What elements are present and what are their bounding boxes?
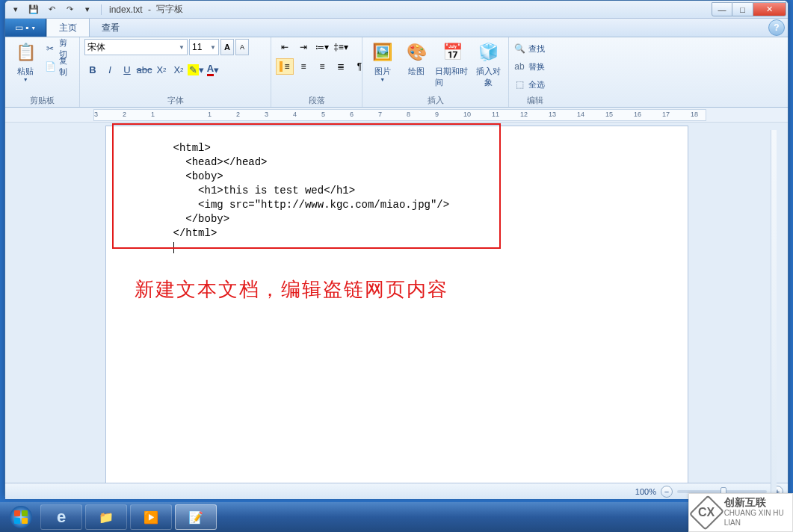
group-paragraph-label: 段落 bbox=[276, 95, 357, 107]
taskbar-explorer[interactable]: 📁 bbox=[85, 504, 127, 530]
copy-icon: 📄 bbox=[44, 61, 55, 72]
tab-home[interactable]: 主页 bbox=[46, 19, 90, 37]
subscript-button[interactable]: X2 bbox=[153, 61, 170, 78]
font-color-button[interactable]: A▾ bbox=[205, 61, 221, 78]
highlight-button[interactable]: ✎▾ bbox=[188, 61, 204, 78]
taskbar-ie[interactable]: e bbox=[40, 504, 82, 530]
page: <html> <head></head> <boby> <h1>this is … bbox=[105, 126, 688, 483]
palette-icon: 🎨 bbox=[404, 40, 428, 64]
calendar-icon: 📅 bbox=[440, 40, 464, 64]
find-icon: 🔍 bbox=[513, 43, 525, 55]
title-sep: - bbox=[146, 4, 154, 15]
document-title: index.txt bbox=[109, 4, 143, 15]
zoom-level: 100% bbox=[635, 487, 656, 496]
find-button[interactable]: 🔍查找 bbox=[513, 40, 545, 57]
paste-button[interactable]: 📋 粘贴▼ bbox=[10, 39, 41, 82]
help-button[interactable]: ? bbox=[768, 19, 785, 36]
close-button[interactable]: ✕ bbox=[753, 2, 786, 16]
insert-object-button[interactable]: 🧊插入对象 bbox=[472, 39, 504, 88]
undo-icon[interactable]: ↶ bbox=[46, 4, 58, 16]
maximize-button[interactable]: □ bbox=[732, 2, 753, 16]
dec-indent-button[interactable]: ⇤ bbox=[276, 39, 294, 55]
paint-button[interactable]: 🎨绘图 bbox=[401, 39, 433, 77]
object-icon: 🧊 bbox=[476, 40, 500, 64]
qat-more-icon[interactable]: ▾ bbox=[81, 4, 93, 16]
superscript-button[interactable]: X2 bbox=[170, 61, 187, 78]
justify-button[interactable]: ≣ bbox=[332, 58, 350, 75]
group-edit-label: 编辑 bbox=[513, 95, 557, 107]
redo-icon[interactable]: ↷ bbox=[64, 4, 75, 16]
svg-rect-2 bbox=[22, 510, 28, 516]
group-clipboard-label: 剪贴板 bbox=[10, 95, 75, 107]
svg-rect-3 bbox=[14, 518, 20, 524]
titlebar: ▾ 💾 ↶ ↷ ▾ index.txt - 写字板 — □ ✕ bbox=[5, 1, 788, 19]
underline-button[interactable]: U bbox=[119, 61, 135, 78]
annotation-text: 新建文本文档，编辑盗链网页内容 bbox=[135, 276, 673, 303]
save-icon[interactable]: 💾 bbox=[28, 4, 40, 16]
watermark: CX 创新互联CHUANG XIN HU LIAN bbox=[688, 493, 793, 532]
file-menu-button[interactable]: ▭ ▪▼ bbox=[5, 19, 46, 37]
font-size-combo[interactable]: 11▼ bbox=[189, 39, 219, 55]
bold-button[interactable]: B bbox=[84, 61, 101, 78]
zoom-slider[interactable] bbox=[677, 490, 767, 493]
taskbar-media[interactable]: ▶️ bbox=[130, 504, 172, 530]
app-menu-icon[interactable]: ▾ bbox=[10, 4, 22, 16]
strike-button[interactable]: abc bbox=[136, 61, 152, 78]
select-all-icon: ⬚ bbox=[513, 78, 525, 90]
ruler[interactable]: 321123456789101112131415161718 bbox=[5, 108, 788, 123]
statusbar: 100% − + bbox=[5, 483, 788, 499]
replace-button[interactable]: ab替换 bbox=[513, 58, 545, 75]
font-name-combo[interactable]: 宋体▼ bbox=[84, 39, 188, 55]
inc-indent-button[interactable]: ⇥ bbox=[294, 39, 312, 55]
taskbar-wordpad[interactable]: 📝 bbox=[175, 504, 217, 530]
taskbar: e 📁 ▶️ 📝 CH ▦ 🕪 ▴ bbox=[0, 502, 793, 532]
minimize-button[interactable]: — bbox=[712, 2, 732, 16]
document-area[interactable]: <html> <head></head> <boby> <h1>this is … bbox=[5, 123, 788, 483]
insert-picture-button[interactable]: 🖼️图片▼ bbox=[367, 39, 398, 82]
zoom-out-button[interactable]: − bbox=[661, 486, 673, 498]
italic-button[interactable]: I bbox=[102, 61, 118, 78]
start-button[interactable] bbox=[4, 504, 37, 531]
align-left-button[interactable]: ≡ bbox=[276, 58, 294, 75]
vertical-scrollbar[interactable] bbox=[771, 130, 777, 500]
svg-rect-1 bbox=[14, 510, 20, 516]
replace-icon: ab bbox=[513, 61, 525, 72]
annotation-box bbox=[112, 123, 501, 249]
align-center-button[interactable]: ≡ bbox=[294, 58, 312, 75]
cut-button[interactable]: ✂剪切 bbox=[44, 40, 75, 57]
datetime-button[interactable]: 📅日期和时间 bbox=[435, 39, 469, 88]
line-spacing-button[interactable]: ‡≡▾ bbox=[332, 39, 350, 55]
bullets-button[interactable]: ≔▾ bbox=[313, 39, 331, 55]
picture-icon: 🖼️ bbox=[371, 40, 395, 64]
ribbon: 📋 粘贴▼ ✂剪切 📄复制 剪贴板 宋体▼ 11▼ A A bbox=[5, 37, 788, 108]
copy-button[interactable]: 📄复制 bbox=[44, 58, 75, 75]
scissors-icon: ✂ bbox=[44, 43, 55, 55]
clipboard-icon: 📋 bbox=[13, 40, 37, 64]
group-font-label: 字体 bbox=[84, 95, 266, 107]
grow-font-button[interactable]: A bbox=[220, 39, 234, 55]
app-name: 写字板 bbox=[156, 3, 183, 16]
svg-rect-4 bbox=[22, 518, 28, 524]
tab-view[interactable]: 查看 bbox=[90, 19, 132, 37]
group-insert-label: 插入 bbox=[367, 95, 504, 107]
shrink-font-button[interactable]: A bbox=[235, 39, 249, 55]
align-right-button[interactable]: ≡ bbox=[313, 58, 331, 75]
selectall-button[interactable]: ⬚全选 bbox=[513, 76, 545, 93]
svg-point-0 bbox=[10, 506, 32, 528]
